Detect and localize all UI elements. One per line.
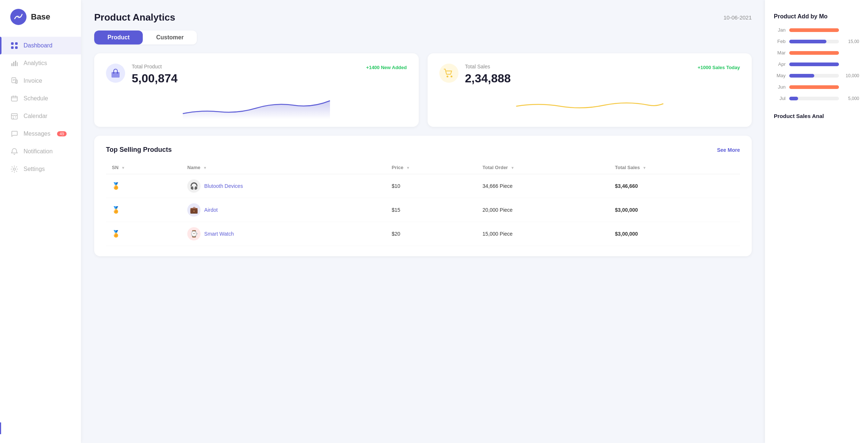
row2-product-name[interactable]: Airdot: [204, 207, 218, 213]
calendar-icon: [10, 112, 18, 120]
svg-rect-6: [13, 62, 14, 66]
bar-row-feb: Feb 15,00: [774, 39, 859, 44]
bar-value-feb: 15,00: [843, 39, 859, 44]
col-name: Name ▼: [181, 161, 386, 174]
table-head-row: SN ▼ Name ▼ Price ▼ Total Order: [106, 161, 740, 174]
sidebar-item-schedule[interactable]: Schedule: [0, 90, 81, 107]
main-content: Product Analytics 10-06-2021 Product Cus…: [81, 0, 868, 443]
sidebar-logo: Base: [0, 9, 81, 37]
bar-track-feb: [789, 40, 839, 43]
stat-card-total-product: Total Product +1400 New Added 5,00,874: [94, 53, 419, 127]
row3-price: $20: [386, 222, 477, 246]
tab-customer[interactable]: Customer: [143, 31, 197, 44]
row2-total-sales: $3,00,000: [609, 198, 740, 222]
table-body: 🏅 🎧 Blutooth Devices $10 34,666 Piece $3…: [106, 174, 740, 246]
table-header: Top Selling Products See More: [106, 146, 740, 154]
bar-label-mar: Mar: [774, 50, 786, 56]
stat-top-sales: Total Sales +1000 Sales Today 2,34,888: [439, 64, 740, 85]
bar-row-may: May 10,000: [774, 73, 859, 78]
bar-label-feb: Feb: [774, 39, 786, 44]
stats-row: Total Product +1400 New Added 5,00,874: [94, 53, 752, 127]
row1-total-order: 34,666 Piece: [476, 174, 609, 198]
sidebar-item-analytics[interactable]: Analytics: [0, 54, 81, 72]
row1-name: 🎧 Blutooth Devices: [181, 174, 386, 198]
sort-icon-sn: ▼: [121, 166, 125, 170]
logo-icon: [10, 9, 26, 25]
bar-track-jan: [789, 28, 839, 32]
row3-name: ⌚ Smart Watch: [181, 222, 386, 246]
sidebar-label-calendar: Calendar: [24, 113, 47, 119]
svg-point-20: [15, 117, 16, 117]
right-panel-section-divider: Product Sales Anal: [774, 113, 859, 119]
tab-bar: Product Customer: [94, 31, 197, 44]
sidebar-bottom-line: [0, 422, 81, 434]
col-total-order: Total Order ▼: [476, 161, 609, 174]
svg-rect-13: [11, 96, 17, 101]
notification-icon: [10, 147, 18, 156]
sort-icon-total-order: ▼: [511, 166, 514, 170]
sidebar-label-dashboard: Dashboard: [24, 42, 52, 49]
svg-rect-25: [117, 72, 118, 74]
svg-rect-12: [15, 80, 17, 83]
header-date: 10-06-2021: [723, 14, 752, 21]
sort-icon-total-sales: ▼: [643, 166, 646, 170]
bar-fill-feb: [789, 40, 826, 43]
bar-row-mar: Mar: [774, 50, 859, 56]
sidebar-label-invoice: Invoice: [24, 78, 42, 84]
row1-product-name[interactable]: Blutooth Devices: [204, 183, 243, 189]
sidebar-item-calendar[interactable]: Calendar: [0, 107, 81, 125]
settings-icon: [10, 165, 18, 173]
bar-chart-title: Product Add by Mo: [774, 13, 859, 20]
stat-new-product: +1400 New Added: [366, 65, 407, 70]
bar-label-jun: Jun: [774, 84, 786, 90]
bar-fill-mar: [789, 51, 839, 55]
stat-label-product: Total Product: [132, 64, 162, 69]
bar-value-may: 10,000: [843, 73, 859, 78]
tab-product[interactable]: Product: [94, 31, 143, 44]
svg-point-21: [13, 118, 14, 119]
row2-product-icon: 💼: [187, 203, 201, 217]
stat-value-sales: 2,34,888: [465, 72, 740, 85]
svg-rect-5: [11, 63, 13, 66]
sidebar-item-dashboard[interactable]: Dashboard: [0, 37, 81, 54]
bar-fill-apr: [789, 62, 839, 66]
table-head: SN ▼ Name ▼ Price ▼ Total Order: [106, 161, 740, 174]
svg-rect-8: [17, 62, 18, 66]
svg-point-22: [13, 168, 15, 170]
sidebar-item-invoice[interactable]: Invoice: [0, 72, 81, 90]
row2-total-order: 20,000 Piece: [476, 198, 609, 222]
stat-chart-product: [106, 90, 407, 119]
table-row: 🏅 ⌚ Smart Watch $20 15,000 Piece $3,00,0…: [106, 222, 740, 246]
sidebar-item-settings[interactable]: Settings: [0, 160, 81, 178]
svg-rect-24: [113, 72, 114, 74]
bar-chart: Jan Feb 15,00 Mar Apr: [774, 27, 859, 101]
row1-total-sales: $3,46,660: [609, 174, 740, 198]
product-sales-anal-title: Product Sales Anal: [774, 113, 859, 119]
stat-chart-sales: [439, 90, 740, 119]
row3-product-name[interactable]: Smart Watch: [204, 231, 234, 237]
right-panel: Product Add by Mo Jan Feb 15,00 Mar Apr: [765, 0, 868, 443]
table-row: 🏅 🎧 Blutooth Devices $10 34,666 Piece $3…: [106, 174, 740, 198]
row1-price: $10: [386, 174, 477, 198]
invoice-icon: [10, 77, 18, 85]
header: Product Analytics 10-06-2021: [94, 12, 752, 23]
bar-label-jan: Jan: [774, 27, 786, 33]
stat-label-sales: Total Sales: [465, 64, 490, 69]
analytics-icon: [10, 59, 18, 67]
stat-value-product: 5,00,874: [132, 72, 407, 85]
bar-row-jun: Jun: [774, 84, 859, 90]
bar-track-may: [789, 74, 839, 78]
table-row: 🏅 💼 Airdot $15 20,000 Piece $3,00,000: [106, 198, 740, 222]
sidebar-label-notification: Notification: [24, 148, 53, 155]
sidebar-label-analytics: Analytics: [24, 60, 47, 67]
messages-icon: [10, 130, 18, 138]
col-total-sales: Total Sales ▼: [609, 161, 740, 174]
sidebar-item-notification[interactable]: Notification: [0, 143, 81, 160]
sidebar-item-messages[interactable]: Messages 49: [0, 125, 81, 143]
products-table: SN ▼ Name ▼ Price ▼ Total Order: [106, 161, 740, 246]
stat-icon-sales: [439, 64, 458, 83]
row2-rank: 🏅: [106, 198, 181, 222]
row2-name: 💼 Airdot: [181, 198, 386, 222]
see-more-link[interactable]: See More: [717, 147, 740, 153]
bar-fill-may: [789, 74, 814, 78]
